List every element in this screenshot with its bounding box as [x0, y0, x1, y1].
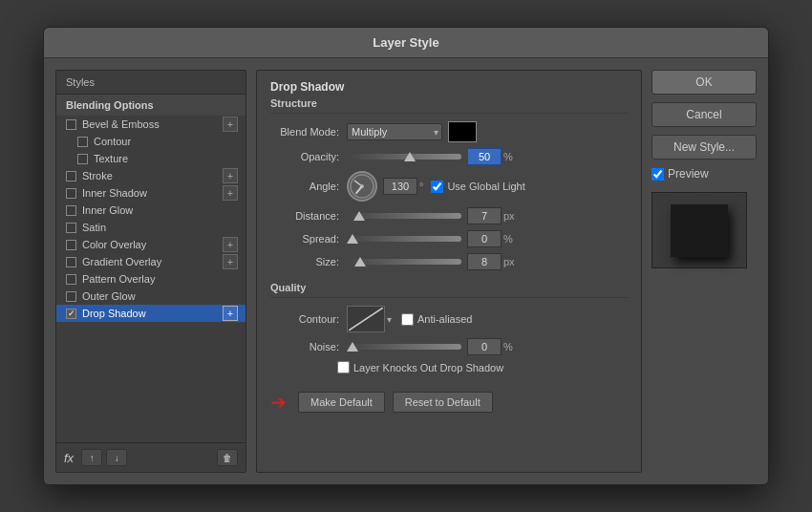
preview-row: Preview — [652, 167, 757, 181]
preview-checkbox[interactable] — [652, 168, 664, 181]
angle-input[interactable] — [383, 178, 417, 195]
noise-slider-track[interactable] — [347, 344, 461, 350]
size-unit: px — [503, 256, 515, 267]
style-item-outer-glow[interactable]: Outer Glow — [56, 288, 246, 305]
move-up-button[interactable]: ↑ — [81, 449, 102, 466]
size-input[interactable] — [467, 253, 502, 270]
use-global-light-checkbox[interactable] — [431, 181, 443, 193]
new-style-button[interactable]: New Style... — [652, 135, 757, 160]
style-item-contour[interactable]: Contour — [56, 133, 246, 150]
noise-row: Noise: % — [270, 338, 628, 355]
structure-subtitle: Structure — [270, 97, 628, 114]
quality-subtitle: Quality — [270, 282, 628, 298]
blend-mode-label: Blend Mode: — [270, 126, 347, 138]
texture-checkbox[interactable] — [77, 154, 88, 164]
fx-label: fx — [64, 451, 74, 465]
size-slider-thumb[interactable] — [354, 257, 366, 267]
satin-checkbox[interactable] — [66, 223, 76, 233]
knock-out-row: Layer Knocks Out Drop Shadow — [270, 361, 628, 373]
noise-input[interactable] — [467, 338, 502, 355]
outer-glow-label: Outer Glow — [82, 290, 136, 302]
bevel-emboss-checkbox[interactable] — [66, 119, 76, 130]
style-item-gradient-overlay[interactable]: Gradient Overlay + — [56, 253, 246, 270]
ok-button[interactable]: OK — [652, 70, 757, 95]
spread-input[interactable] — [467, 230, 502, 247]
texture-label: Texture — [94, 153, 128, 164]
color-overlay-add[interactable]: + — [223, 237, 238, 252]
style-item-drop-shadow[interactable]: ✓ Drop Shadow + — [56, 305, 246, 322]
preview-label: Preview — [668, 167, 709, 181]
drop-shadow-label: Drop Shadow — [82, 308, 146, 319]
noise-label: Noise: — [270, 341, 347, 352]
style-item-bevel-emboss[interactable]: Bevel & Emboss + — [56, 116, 246, 133]
svg-point-0 — [351, 175, 374, 198]
color-overlay-checkbox[interactable] — [66, 240, 76, 250]
style-item-stroke[interactable]: Stroke + — [56, 167, 246, 184]
opacity-slider-track[interactable] — [347, 154, 461, 160]
gradient-overlay-checkbox[interactable] — [66, 257, 76, 267]
make-default-button[interactable]: Make Default — [298, 392, 385, 413]
style-item-pattern-overlay[interactable]: Pattern Overlay — [56, 270, 246, 288]
style-item-inner-glow[interactable]: Inner Glow — [56, 202, 246, 219]
opacity-row: Opacity: % — [270, 148, 628, 165]
bevel-emboss-add[interactable]: + — [223, 117, 238, 132]
style-item-color-overlay[interactable]: Color Overlay + — [56, 236, 246, 253]
contour-checkbox[interactable] — [77, 137, 88, 147]
angle-dial[interactable] — [347, 171, 377, 202]
gradient-overlay-add[interactable]: + — [223, 254, 238, 269]
inner-shadow-add[interactable]: + — [223, 185, 238, 201]
knock-out-label: Layer Knocks Out Drop Shadow — [353, 362, 503, 373]
opacity-slider-thumb[interactable] — [404, 152, 416, 161]
distance-slider-track[interactable] — [347, 213, 461, 219]
outer-glow-checkbox[interactable] — [66, 291, 76, 302]
distance-slider-container — [347, 213, 461, 219]
spread-slider-track[interactable] — [347, 236, 461, 242]
angle-label: Angle: — [270, 181, 347, 192]
spread-unit: % — [503, 233, 513, 245]
bevel-emboss-label: Bevel & Emboss — [82, 118, 160, 130]
style-item-inner-shadow[interactable]: Inner Shadow + — [56, 184, 246, 202]
contour-select-wrapper[interactable] — [347, 306, 392, 332]
spread-slider-thumb[interactable] — [347, 234, 358, 244]
size-slider-track[interactable] — [347, 259, 461, 265]
spread-label: Spread: — [270, 233, 347, 245]
contour-label-text: Contour: — [270, 313, 347, 325]
move-down-button[interactable]: ↓ — [106, 449, 127, 466]
pattern-overlay-checkbox[interactable] — [66, 274, 76, 285]
pattern-overlay-label: Pattern Overlay — [82, 273, 155, 285]
distance-slider-thumb[interactable] — [353, 211, 365, 221]
inner-shadow-label: Inner Shadow — [82, 187, 147, 199]
contour-preview[interactable] — [347, 306, 385, 332]
opacity-input[interactable] — [467, 148, 502, 165]
inner-glow-checkbox[interactable] — [66, 205, 76, 216]
delete-style-button[interactable]: 🗑 — [217, 449, 238, 466]
style-item-satin[interactable]: Satin — [56, 219, 246, 236]
shadow-color-swatch[interactable] — [448, 121, 477, 142]
anti-aliased-label: Anti-aliased — [417, 313, 472, 325]
noise-unit: % — [503, 341, 513, 352]
stroke-checkbox[interactable] — [66, 171, 76, 181]
distance-input[interactable] — [467, 207, 502, 224]
reset-default-button[interactable]: Reset to Default — [393, 392, 493, 413]
opacity-label: Opacity: — [270, 151, 347, 162]
stroke-add[interactable]: + — [223, 168, 238, 183]
noise-slider-thumb[interactable] — [347, 342, 358, 352]
size-slider-container — [347, 259, 461, 265]
styles-panel: Styles Blending Options Bevel & Emboss +… — [55, 70, 246, 473]
global-light-row: Use Global Light — [431, 181, 524, 193]
knock-out-checkbox[interactable] — [337, 361, 350, 373]
anti-aliased-checkbox[interactable] — [401, 313, 414, 326]
angle-row: Angle: ° Use Global Light — [270, 171, 628, 202]
drop-shadow-add[interactable]: + — [223, 306, 238, 321]
blend-mode-select-wrapper: Multiply Normal Screen Overlay — [347, 123, 442, 140]
opacity-unit: % — [503, 151, 513, 162]
style-item-texture[interactable]: Texture — [56, 150, 246, 167]
arrow-indicator: ➔ — [270, 391, 287, 414]
blending-options-header[interactable]: Blending Options — [56, 95, 246, 116]
quality-section: Quality Contour: Anti-aliased — [270, 282, 628, 355]
drop-shadow-checkbox[interactable]: ✓ — [66, 309, 76, 319]
inner-shadow-checkbox[interactable] — [66, 188, 76, 199]
blend-mode-select[interactable]: Multiply Normal Screen Overlay — [347, 123, 442, 140]
cancel-button[interactable]: Cancel — [652, 102, 757, 127]
layer-style-dialog: Layer Style Styles Blending Options Beve… — [43, 27, 769, 485]
